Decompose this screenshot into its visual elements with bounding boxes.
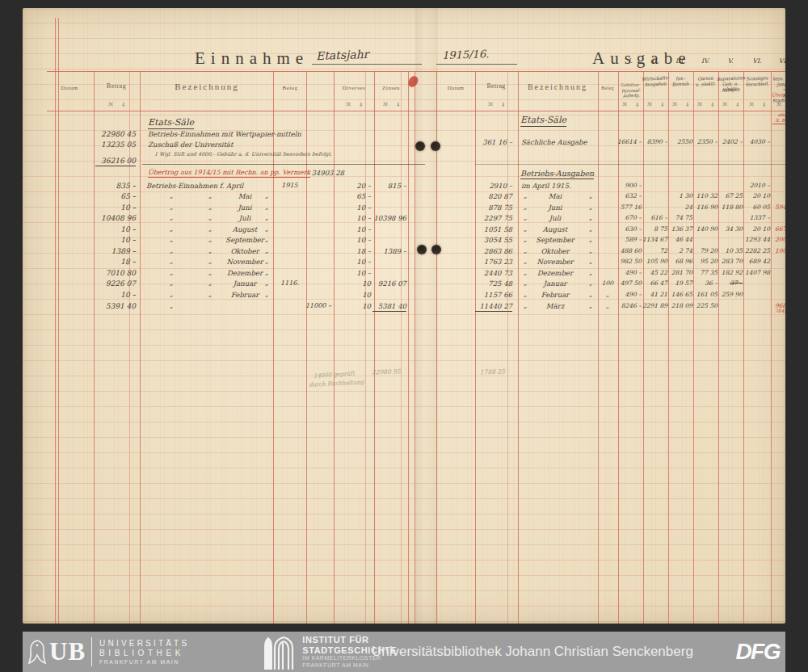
amount-cell: 1 30 (667, 192, 692, 200)
ditto-mark: „ (589, 258, 592, 265)
amount-cell: 74 75 (667, 214, 692, 221)
currency-marks: ℳ ₰ (338, 101, 370, 107)
ditto-mark: „ (170, 236, 173, 243)
amount-cell: 2440 73 (475, 269, 512, 277)
amount-cell: 10 – (334, 236, 371, 244)
ditto-mark: „ (589, 225, 592, 233)
roman-column-label: u. elektr. (692, 81, 719, 87)
amount-cell: 1134 67 (642, 236, 667, 243)
page-fold-shadow (415, 8, 438, 624)
amount-cell: 37 – (718, 279, 743, 287)
column-header: Zinsen (355, 85, 427, 91)
ditto-mark: „ (524, 236, 527, 243)
currency-marks: ℳ ₰ (375, 101, 407, 107)
amount-cell: 116 90 (692, 204, 718, 211)
grid-vline (668, 71, 669, 624)
ditto-mark: „ (265, 204, 268, 211)
amount-cell: 5381 40 (372, 302, 406, 312)
ditto-mark: „ (208, 291, 212, 298)
ditto-mark: „ (170, 204, 173, 211)
amount-cell: 95 20 (692, 258, 718, 265)
amount-cell: 20 – (334, 182, 371, 190)
punch-hole (415, 141, 425, 151)
etat-year-value: 1915/16. (442, 48, 490, 61)
ditto-mark: „ (524, 225, 527, 233)
grid-vline (94, 71, 95, 624)
amount-cell: 68 96 (667, 258, 692, 265)
ditto-mark: „ (524, 279, 527, 287)
ditto-mark: „ (265, 225, 268, 233)
ditto-mark: „ (208, 214, 212, 221)
ledger-cell: 16614 – (617, 138, 642, 145)
ub-eagle-icon (27, 638, 47, 666)
roman-numeral: I. (618, 57, 642, 65)
amount-cell: 2910 – (475, 182, 512, 190)
grid-vline (374, 71, 375, 624)
amount-cell: 20 10 (743, 192, 770, 200)
amount-cell: 105 90 (642, 258, 667, 265)
amount-cell: 218 09 (667, 302, 692, 309)
roman-column-label: a. Stadtkasse (771, 92, 785, 103)
ditto-mark: „ (208, 258, 212, 265)
ledger-cell: 2350 – (692, 138, 718, 145)
amount-cell: 1389 – (94, 247, 136, 255)
ledger-cell: 8390 – (642, 138, 667, 145)
amount-cell: 19 57 (667, 279, 692, 287)
month-label: August (221, 225, 268, 233)
ditto-mark: „ (208, 279, 212, 287)
amount-cell: 1157 66 (475, 291, 512, 299)
red-note-cell: 667 – (775, 225, 785, 233)
currency-marks: ℳ ₰ (100, 101, 133, 107)
amount-cell: 18 – (334, 247, 371, 255)
ditto-mark: „ (170, 258, 173, 265)
month-label: Juni (221, 204, 268, 212)
month-label: September (530, 236, 580, 244)
amount-cell: 8246 – (617, 302, 642, 309)
ditto-mark: „ (524, 302, 527, 309)
month-label: Mai (221, 192, 268, 200)
amount-cell: 225 50 (692, 302, 718, 309)
gehaelter-handwritten-note: Personal-Aufwdg. (619, 87, 644, 99)
grid-vline (518, 71, 519, 624)
beleg-cell: „ (598, 291, 617, 298)
month-label: März (530, 302, 580, 310)
amount-cell: 18 – (94, 258, 136, 266)
punch-hole (431, 141, 440, 151)
amount-cell: 10 (334, 302, 371, 310)
ditto-mark: „ (170, 279, 173, 287)
ub-line-1: UNIVERSITÄTS (99, 639, 189, 649)
ditto-mark: „ (524, 291, 527, 298)
roman-numeral: VI. (745, 57, 769, 65)
amount-cell: 2282 25 (743, 247, 770, 254)
amount-cell: 725 48 (475, 279, 512, 288)
amount-cell: 878 75 (475, 204, 512, 212)
amount-cell: 1763 23 (475, 258, 512, 266)
amount-cell: 10408 96 (94, 214, 136, 222)
ditto-mark: „ (208, 236, 212, 243)
ledger-scan: Einnahme Ausgabe Etatsjahr 1915/16. Datu… (23, 8, 785, 624)
section-heading: Etats-Säle (520, 115, 566, 127)
beleg-cell: „ (598, 302, 617, 309)
etat-underline-2 (436, 64, 517, 65)
red-note-cell: 2005 – (775, 236, 785, 243)
amount-cell: 66 47 (642, 279, 667, 287)
amount-cell: 497 50 (617, 279, 642, 287)
pencil-annotation: durch Buchhaltung (309, 379, 364, 388)
ditto-mark: „ (265, 192, 268, 200)
month-label: November (221, 258, 268, 266)
footer-bar: UB UNIVERSITÄTS BIBLIOTHEK FRANKFURT AM … (23, 632, 785, 672)
ledger-cell: 4030 – (743, 138, 770, 145)
ditto-mark: „ (589, 204, 592, 211)
amount-cell: 490 – (617, 269, 642, 276)
roman-numeral: IV. (693, 57, 718, 65)
grid-vline (718, 71, 719, 624)
month-label: Mai (530, 192, 580, 200)
amount-cell: 10 (334, 291, 371, 299)
red-note-cell: 10000 – (775, 247, 785, 254)
amount-cell: 815 – (372, 182, 406, 190)
grid-vline (415, 71, 415, 624)
dfg-logo: DFG (735, 639, 780, 665)
amount-cell: 1293 44 (743, 236, 770, 243)
amount-cell: 577 16 (617, 204, 642, 211)
amount-cell: 79 20 (692, 247, 718, 254)
